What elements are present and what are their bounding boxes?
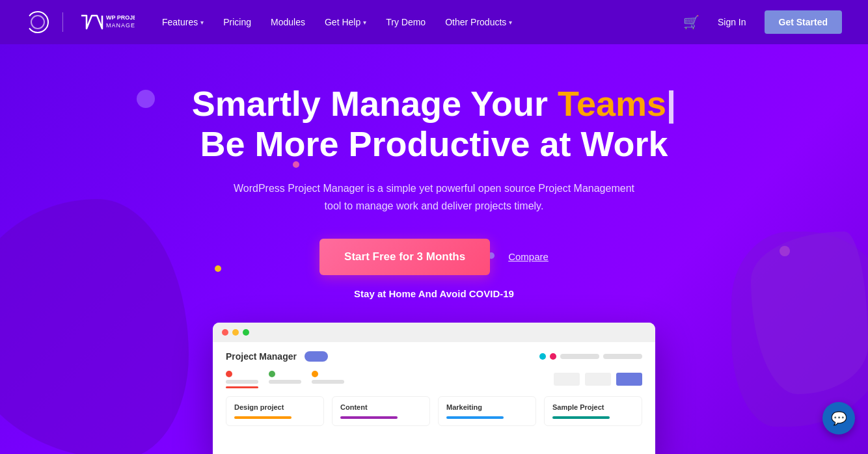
nav-features[interactable]: Features ▾	[154, 12, 211, 33]
nav-other-products[interactable]: Other Products ▾	[437, 12, 520, 33]
cta-row: Start Free for 3 Months Compare	[192, 239, 676, 275]
tab-dot-green	[269, 371, 275, 377]
project-cards: Design project Content Markeiting Sample…	[226, 396, 642, 426]
navbar: WP PROJECT MANAGER Features ▾ Pricing Mo…	[0, 0, 868, 44]
project-card-1[interactable]: Design project	[226, 396, 324, 426]
nav-try-demo[interactable]: Try Demo	[378, 12, 433, 33]
pm-line	[560, 354, 599, 359]
tab-line-2	[269, 380, 301, 384]
svg-text:MANAGER: MANAGER	[106, 22, 135, 29]
pm-toggle[interactable]	[305, 351, 328, 362]
pm-dots	[539, 353, 642, 360]
project-card-2[interactable]: Content	[332, 396, 430, 426]
cart-icon[interactable]: 🛒	[683, 14, 699, 30]
browser-body: Project Manager	[213, 342, 655, 454]
svg-point-1	[31, 16, 44, 29]
nav-actions: 🛒 Sign In Get Started	[683, 10, 842, 34]
tab-item-2[interactable]	[269, 371, 301, 388]
tab-action-2[interactable]	[585, 373, 611, 386]
tab-action-3[interactable]	[616, 373, 642, 386]
browser-frame: Project Manager	[213, 323, 655, 454]
browser-dot-red	[222, 329, 228, 336]
hero-section: Smartly Manage Your Teams| Be More Produ…	[0, 44, 868, 454]
pm-title: Project Manager	[226, 351, 297, 362]
tab-dot-red	[226, 371, 232, 377]
chat-icon: 💬	[831, 410, 847, 426]
covid-notice: Stay at Home And Avoid COVID-19	[192, 288, 676, 299]
leaf-right	[751, 232, 868, 394]
tab-dot-orange	[312, 371, 318, 377]
hero-subtitle: WordPress Project Manager is a simple ye…	[232, 180, 636, 215]
logo-icon	[26, 10, 49, 34]
pm-dot-teal	[539, 353, 546, 360]
tab-item-1[interactable]	[226, 371, 258, 388]
tab-underline-red	[226, 386, 258, 388]
card-bar-4	[552, 416, 610, 419]
project-card-3[interactable]: Markeiting	[438, 396, 536, 426]
project-card-4[interactable]: Sample Project	[544, 396, 642, 426]
card-bar-2	[340, 416, 398, 419]
svg-text:WP PROJECT: WP PROJECT	[106, 14, 135, 21]
get-help-chevron: ▾	[363, 19, 366, 26]
pm-header: Project Manager	[226, 351, 642, 362]
logo-divider	[62, 12, 63, 32]
card-bar-1	[234, 416, 292, 419]
card-title-1: Design project	[234, 403, 316, 411]
nav-get-help[interactable]: Get Help ▾	[317, 12, 374, 33]
pm-dot-pink	[550, 353, 556, 360]
tab-action-1[interactable]	[554, 373, 580, 386]
start-free-button[interactable]: Start Free for 3 Months	[319, 239, 490, 275]
card-title-3: Markeiting	[446, 403, 528, 411]
compare-link[interactable]: Compare	[508, 251, 549, 262]
task-tabs	[226, 371, 642, 388]
wp-logo-icon: WP PROJECT MANAGER	[76, 10, 135, 34]
deco-circle-1	[137, 90, 155, 108]
sign-in-button[interactable]: Sign In	[710, 12, 754, 33]
tab-line-1	[226, 380, 258, 384]
tab-line-3	[312, 380, 344, 384]
nav-modules[interactable]: Modules	[263, 12, 313, 33]
browser-dot-green	[243, 329, 249, 336]
card-bar-3	[446, 416, 504, 419]
svg-point-0	[27, 12, 48, 33]
blob-left	[0, 199, 189, 454]
browser-dot-yellow	[232, 329, 239, 336]
browser-chrome	[213, 323, 655, 342]
card-title-4: Sample Project	[552, 403, 634, 411]
nav-pricing[interactable]: Pricing	[215, 12, 259, 33]
features-chevron: ▾	[200, 19, 204, 26]
card-title-2: Content	[340, 403, 422, 411]
get-started-button[interactable]: Get Started	[765, 10, 842, 34]
tab-item-3[interactable]	[312, 371, 344, 388]
nav-links: Features ▾ Pricing Modules Get Help ▾ Tr…	[154, 12, 683, 33]
logo-area[interactable]: WP PROJECT MANAGER	[26, 10, 135, 34]
pm-line-2	[603, 354, 642, 359]
dashboard-preview: Project Manager	[213, 323, 655, 454]
hero-title: Smartly Manage Your Teams| Be More Produ…	[192, 83, 676, 164]
chat-bubble[interactable]: 💬	[822, 402, 855, 434]
hero-content: Smartly Manage Your Teams| Be More Produ…	[192, 83, 676, 299]
other-products-chevron: ▾	[509, 19, 512, 26]
tab-actions	[554, 371, 642, 388]
